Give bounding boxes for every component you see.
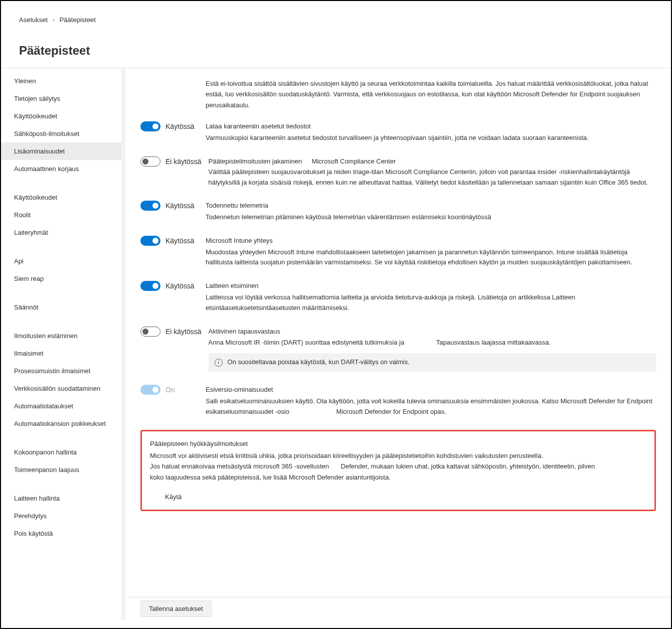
page-title: Päätepisteet: [1, 29, 671, 68]
highlight-line: koko laajuudessa sekä päätepisteissä, lu…: [150, 472, 646, 483]
toggle-auth-telemetry[interactable]: [140, 201, 160, 211]
sidebar-item[interactable]: Tietojen säilytys: [1, 90, 121, 107]
toggle-label: On: [165, 386, 175, 394]
toggle-active-response[interactable]: [140, 327, 160, 337]
setting-auth-telemetry: Käytössä Todennettu telemetria Todennetu…: [140, 201, 656, 223]
sidebar-item[interactable]: Pois käytöstä: [1, 525, 121, 542]
setting-desc: Varmuuskopioi karanteeniin asetetut tied…: [206, 133, 656, 143]
sidebar-item[interactable]: Automaattinen korjaus: [1, 160, 121, 178]
toggle-label: Käytössä: [165, 237, 195, 245]
sidebar-item[interactable]: Automaatiokansion poikkeukset: [1, 415, 121, 432]
endpoint-attack-notifications-box: Päätepisteen hyökkäysilmoitukset Microso…: [140, 430, 656, 511]
sidebar-item[interactable]: Lisäominaisuudet: [1, 142, 121, 160]
setting-title-extra: Microsoft Compliance Center: [312, 158, 396, 165]
setting-intune: Käytössä Microsoft Intune yhteys Muodost…: [140, 236, 656, 268]
toggle-intune[interactable]: [140, 236, 160, 246]
setting-desc-right: Microsoft Defender for Endpoint opas.: [337, 408, 446, 415]
toggle-download-quarantine[interactable]: [140, 121, 160, 131]
setting-desc-line: Anna Microsoft IR -tiimin (DART) suoritt…: [209, 339, 405, 346]
footer-bar: Tallenna asetukset: [125, 597, 671, 620]
sidebar: YleinenTietojen säilytysKäyttöoikeudetSä…: [1, 68, 125, 620]
setting-share-alerts: Ei käytössä Päätepisteilmoitusten jakami…: [140, 156, 656, 188]
toggle-label: Käytössä: [165, 202, 195, 210]
sidebar-item[interactable]: Kokoonpanon hallinta: [1, 443, 121, 461]
sidebar-item[interactable]: Automaatiolataukset: [1, 397, 121, 415]
highlight-line: Jos haluat ennakoivaa metsästystä micros…: [150, 461, 646, 471]
setting-desc: Salli esikatseluominaisuuksien käyttö. O…: [206, 396, 656, 417]
setting-desc: Laitteissa voi löytää verkossa hallitsem…: [206, 292, 656, 313]
content-area: Estä ei-toivottua sisältöä sisältävien s…: [125, 68, 671, 620]
sidebar-item[interactable]: Toimeenpanon laajuus: [1, 461, 121, 479]
breadcrumb-current: Päätepisteet: [60, 16, 96, 24]
toggle-label: Käytössä: [165, 282, 195, 290]
setting-title: Aktiivinen tapausvastaus: [209, 327, 656, 337]
setting-download-quarantine: Käytössä Lataa karanteeniin asetetut tie…: [140, 121, 656, 143]
highlight-text: Jos haluat ennakoivaa metsästystä micros…: [150, 462, 329, 470]
save-button[interactable]: Tallenna asetukset: [140, 600, 212, 617]
toggle-preview-features: [140, 385, 160, 395]
sidebar-item[interactable]: Laitteen hallinta: [1, 490, 121, 507]
toggle-label: Ei käytössä: [165, 158, 202, 166]
setting-device-discovery: Käytössä Laitteen etsiminen Laitteissa v…: [140, 281, 656, 313]
apply-button[interactable]: Käytä: [150, 492, 646, 502]
toggle-share-alerts[interactable]: [140, 156, 160, 167]
toggle-label: Käytössä: [165, 122, 195, 130]
sidebar-item[interactable]: Perehdytys: [1, 507, 121, 525]
sidebar-item[interactable]: Roolit: [1, 206, 121, 224]
toggle-label: Ei käytössä: [165, 328, 202, 336]
setting-title: Todennettu telemetria: [206, 201, 656, 211]
toggle-device-discovery[interactable]: [140, 281, 160, 291]
sidebar-item[interactable]: Prosessimuistin ilmaisimet: [1, 362, 121, 380]
sidebar-item[interactable]: Ilmoitusten estäminen: [1, 327, 121, 345]
sidebar-item[interactable]: Verkkosisällön suodattaminen: [1, 380, 121, 397]
info-banner-text: On suositeltavaa poistaa käytöstä, kun D…: [228, 357, 410, 368]
setting-title: Päätepisteilmoitusten jakaminen: [209, 158, 302, 165]
breadcrumb-root[interactable]: Asetukset: [19, 16, 48, 24]
setting-preview-features: On Esiversio-ominaisuudet Salli esikatse…: [140, 385, 656, 417]
sidebar-item[interactable]: Käyttöoikeudet: [1, 107, 121, 125]
sidebar-item[interactable]: Säännöt: [1, 298, 121, 316]
sidebar-item[interactable]: Laiteryhmät: [1, 224, 121, 241]
sidebar-item[interactable]: Ilmaisimet: [1, 345, 121, 362]
sidebar-item[interactable]: Käyttöoikeudet: [1, 189, 121, 206]
setting-desc: Anna Microsoft IR -tiimin (DART) suoritt…: [209, 338, 656, 348]
setting-title: Esiversio-ominaisuudet: [206, 385, 656, 395]
highlight-title: Päätepisteen hyökkäysilmoitukset: [150, 438, 646, 449]
highlight-text: Defender, mukaan lukien uhat, jotka katt…: [341, 462, 595, 470]
sidebar-item[interactable]: Siem reap: [1, 270, 121, 287]
highlight-line: Microsoft voi aktiivisesti etsiä kriitti…: [150, 450, 646, 461]
sidebar-item[interactable]: Yleinen: [1, 72, 121, 90]
setting-desc-right: Tapausvastaus laajassa mittakaavassa.: [436, 339, 551, 346]
info-banner: i On suositeltavaa poistaa käytöstä, kun…: [209, 353, 656, 372]
setting-active-response: Ei käytössä Aktiivinen tapausvastaus Ann…: [140, 327, 656, 372]
info-icon: i: [215, 359, 223, 367]
setting-desc: Välittää päätepisteen suojausvaroitukset…: [209, 167, 656, 188]
setting-title: Laitteen etsiminen: [206, 281, 656, 291]
intro-text: Estä ei-toivottua sisältöä sisältävien s…: [140, 78, 656, 110]
sidebar-item[interactable]: Sähköposti-ilmoitukset: [1, 125, 121, 142]
setting-title: Lataa karanteeniin asetetut tiedostot: [206, 121, 656, 132]
breadcrumb: Asetukset › Päätepisteet: [1, 1, 671, 29]
setting-desc: Muodostaa yhteyden Microsoft Intune mahd…: [206, 247, 656, 268]
chevron-right-icon: ›: [53, 16, 55, 24]
setting-title: Microsoft Intune yhteys: [206, 236, 656, 246]
sidebar-item[interactable]: Api: [1, 252, 121, 270]
setting-desc: Todennetun telemetrian pitäminen käytöss…: [206, 212, 656, 223]
